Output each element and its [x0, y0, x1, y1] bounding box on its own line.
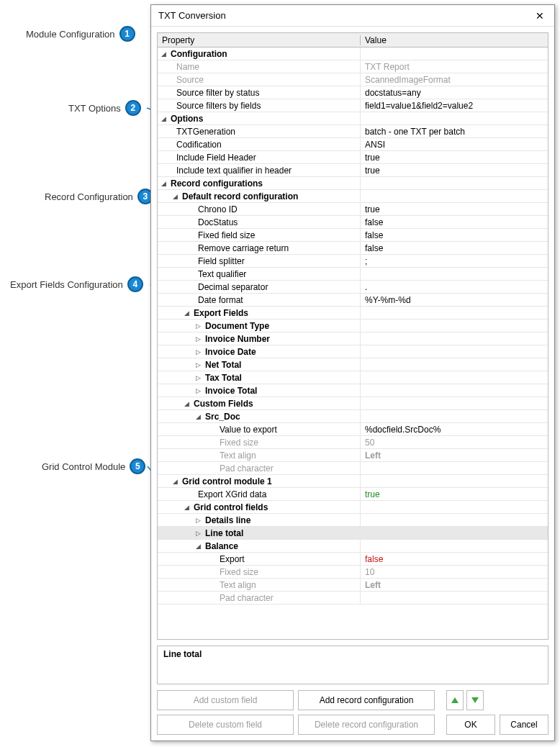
row-txtgeneration[interactable]: TXTGeneration batch - one TXT per batch	[158, 125, 548, 138]
move-down-button[interactable]	[466, 690, 484, 710]
group-balance[interactable]: ◢ Balance	[158, 540, 548, 553]
row-document-type[interactable]: ▷ Document Type	[158, 320, 548, 332]
collapse-icon[interactable]: ◢	[194, 542, 202, 551]
row-invoice-date[interactable]: ▷ Invoice Date	[158, 345, 548, 358]
titlebar: TXT Conversion ✕	[151, 5, 554, 27]
grid-body: ◢ Configuration Name TXT Report Source S…	[158, 47, 548, 639]
collapse-icon[interactable]: ◢	[182, 503, 191, 512]
row-value-to-export[interactable]: Value to export %docfield.SrcDoc%	[158, 423, 548, 436]
row-fixed-size-2[interactable]: Fixed size 10	[158, 566, 548, 579]
group-src-doc[interactable]: ◢ Src_Doc	[158, 410, 548, 423]
group-export-fields[interactable]: ◢ Export Fields	[158, 307, 548, 320]
arrow-down-icon	[471, 697, 479, 703]
move-up-button[interactable]	[446, 690, 464, 710]
add-custom-field-button: Add custom field	[157, 690, 294, 710]
expand-icon[interactable]: ▷	[194, 322, 202, 330]
row-pad-character[interactable]: Pad character	[158, 462, 548, 475]
row-text-qualifier[interactable]: Text qualifier	[158, 268, 548, 281]
collapse-icon[interactable]: ◢	[182, 309, 191, 317]
collapse-icon[interactable]: ◢	[159, 179, 168, 188]
column-value[interactable]: Value	[361, 35, 548, 45]
collapse-icon[interactable]: ◢	[171, 477, 179, 486]
row-export-xgrid-data[interactable]: Export XGrid data true	[158, 488, 548, 501]
row-invoice-total[interactable]: ▷ Invoice Total	[158, 384, 548, 397]
group-configuration[interactable]: ◢ Configuration	[158, 47, 548, 60]
row-codification[interactable]: Codification ANSI	[158, 138, 548, 151]
collapse-icon[interactable]: ◢	[194, 412, 202, 421]
row-source-filter-status[interactable]: Source filter by status docstatus=any	[158, 86, 548, 99]
row-fixed-field-size[interactable]: Fixed field size false	[158, 229, 548, 242]
group-custom-fields[interactable]: ◢ Custom Fields	[158, 397, 548, 410]
expand-icon[interactable]: ▷	[194, 374, 202, 382]
row-docstatus[interactable]: DocStatus false	[158, 216, 548, 229]
row-remove-carriage-return[interactable]: Remove carriage return false	[158, 242, 548, 255]
description-panel: Line total	[157, 646, 548, 684]
row-decimal-separator[interactable]: Decimal separator .	[158, 281, 548, 294]
row-text-align[interactable]: Text align Left	[158, 449, 548, 462]
row-source-filters-fields[interactable]: Source filters by fields field1=value1&f…	[158, 99, 548, 112]
expand-icon[interactable]: ▷	[194, 529, 202, 538]
column-property[interactable]: Property	[158, 35, 361, 45]
row-line-total[interactable]: ▷ Line total	[158, 527, 548, 540]
row-tax-total[interactable]: ▷ Tax Total	[158, 371, 548, 384]
collapse-icon[interactable]: ◢	[171, 192, 179, 201]
group-grid-control-module-1[interactable]: ◢ Grid control module 1	[158, 475, 548, 488]
row-pad-character-2[interactable]: Pad character	[158, 592, 548, 605]
row-details-line[interactable]: ▷ Details line	[158, 514, 548, 527]
expand-icon[interactable]: ▷	[194, 348, 202, 356]
collapse-icon[interactable]: ◢	[182, 399, 191, 408]
row-text-align-2[interactable]: Text align Left	[158, 579, 548, 592]
expand-icon[interactable]: ▷	[194, 335, 202, 343]
row-include-field-header[interactable]: Include Field Header true	[158, 151, 548, 164]
group-options[interactable]: ◢ Options	[158, 112, 548, 125]
row-field-splitter[interactable]: Field splitter ;	[158, 255, 548, 268]
row-export[interactable]: Export false	[158, 553, 548, 566]
row-fixed-size[interactable]: Fixed size 50	[158, 436, 548, 449]
group-default-record-config[interactable]: ◢ Default record configuration	[158, 190, 548, 203]
collapse-icon[interactable]: ◢	[159, 50, 168, 58]
row-chrono-id[interactable]: Chrono ID true	[158, 203, 548, 216]
row-invoice-number[interactable]: ▷ Invoice Number	[158, 332, 548, 345]
expand-icon[interactable]: ▷	[194, 516, 202, 525]
delete-custom-field-button: Delete custom field	[157, 715, 294, 735]
grid-header: Property Value	[158, 33, 548, 47]
group-record-configurations[interactable]: ◢ Record configurations	[158, 177, 548, 190]
collapse-icon[interactable]: ◢	[159, 114, 168, 123]
ok-button[interactable]: OK	[446, 715, 495, 735]
dialog-title: TXT Conversion	[158, 10, 531, 21]
expand-icon[interactable]: ▷	[194, 386, 202, 395]
button-bar: Add custom field Delete custom field Add…	[157, 690, 548, 735]
row-net-total[interactable]: ▷ Net Total	[158, 358, 548, 371]
add-record-configuration-button[interactable]: Add record configuration	[298, 690, 435, 710]
row-include-text-qualifier-header[interactable]: Include text qualifier in header true	[158, 164, 548, 177]
delete-record-configuration-button: Delete record configuration	[298, 715, 435, 735]
close-icon[interactable]: ✕	[531, 7, 548, 24]
description-text: Line total	[163, 649, 202, 659]
group-grid-control-fields[interactable]: ◢ Grid control fields	[158, 501, 548, 514]
arrow-up-icon	[451, 697, 459, 703]
row-source[interactable]: Source ScannedImageFormat	[158, 73, 548, 86]
cancel-button[interactable]: Cancel	[500, 715, 548, 735]
expand-icon[interactable]: ▷	[194, 361, 202, 369]
row-date-format[interactable]: Date format %Y-%m-%d	[158, 294, 548, 307]
property-grid: Property Value ◢ Configuration Name TXT …	[157, 32, 548, 640]
row-name[interactable]: Name TXT Report	[158, 60, 548, 73]
txt-conversion-dialog: TXT Conversion ✕ Property Value ◢ Config…	[150, 4, 555, 741]
